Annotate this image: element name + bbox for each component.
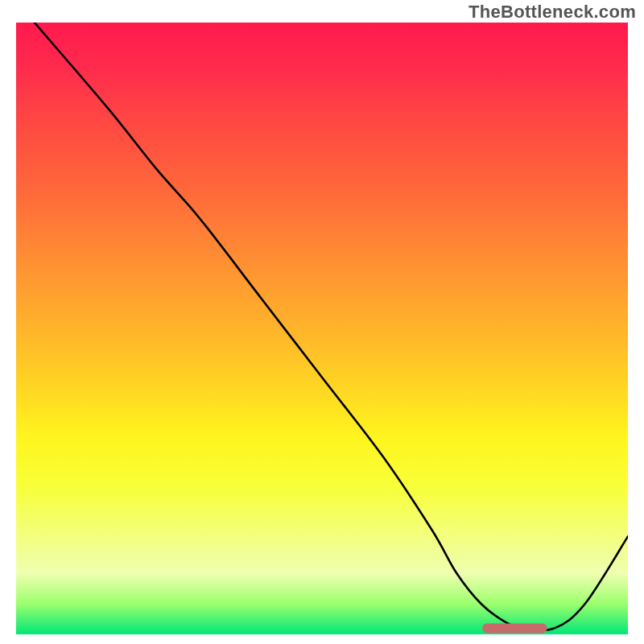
bottleneck-curve — [35, 23, 628, 630]
watermark-label: TheBottleneck.com — [469, 2, 636, 23]
chart-container: TheBottleneck.com — [0, 0, 644, 644]
plot-area — [16, 23, 628, 634]
chart-svg — [16, 23, 628, 634]
